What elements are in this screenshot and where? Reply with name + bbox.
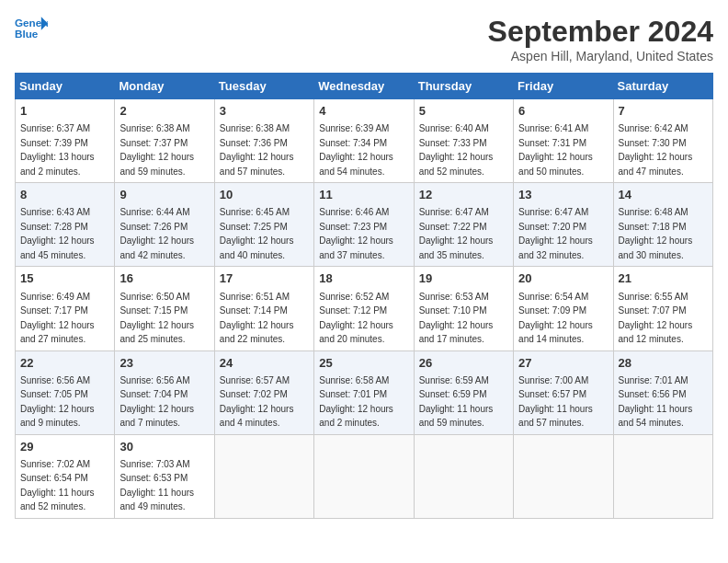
svg-text:Blue: Blue — [15, 28, 39, 40]
day-number: 27 — [518, 355, 608, 372]
table-cell: 16 Sunrise: 6:50 AMSunset: 7:15 PMDaylig… — [115, 267, 214, 350]
page-header: General Blue September 2024 Aspen Hill, … — [15, 15, 713, 63]
table-cell: 11 Sunrise: 6:46 AMSunset: 7:23 PMDaylig… — [314, 183, 414, 267]
day-info: Sunrise: 7:02 AMSunset: 6:54 PMDaylight:… — [20, 459, 95, 512]
day-number: 1 — [20, 103, 109, 120]
table-cell: 29 Sunrise: 7:02 AMSunset: 6:54 PMDaylig… — [16, 434, 115, 518]
day-number: 6 — [518, 103, 608, 120]
calendar-title: September 2024 — [488, 15, 713, 49]
table-cell — [613, 434, 712, 518]
day-number: 4 — [319, 103, 408, 120]
table-cell: 1 Sunrise: 6:37 AMSunset: 7:39 PMDayligh… — [16, 99, 115, 183]
day-number: 14 — [619, 187, 708, 203]
day-number: 13 — [518, 187, 608, 203]
table-cell — [514, 434, 613, 518]
day-info: Sunrise: 6:56 AMSunset: 7:05 PMDaylight:… — [20, 375, 95, 429]
table-cell: 13 Sunrise: 6:47 AMSunset: 7:20 PMDaylig… — [514, 183, 613, 267]
logo: General Blue — [15, 15, 48, 40]
table-cell: 21 Sunrise: 6:55 AMSunset: 7:07 PMDaylig… — [613, 267, 712, 350]
day-number: 18 — [319, 270, 408, 287]
day-number: 29 — [20, 439, 109, 455]
day-number: 17 — [220, 270, 309, 287]
table-cell: 25 Sunrise: 6:58 AMSunset: 7:01 PMDaylig… — [314, 350, 414, 434]
day-number: 8 — [20, 187, 109, 203]
day-number: 5 — [419, 103, 508, 120]
day-number: 30 — [119, 439, 209, 455]
day-number: 23 — [119, 355, 209, 372]
day-number: 26 — [419, 355, 508, 372]
title-block: September 2024 Aspen Hill, Maryland, Uni… — [488, 15, 713, 63]
table-cell: 6 Sunrise: 6:41 AMSunset: 7:31 PMDayligh… — [514, 99, 613, 183]
day-number: 24 — [220, 355, 309, 372]
week-row-2: 8 Sunrise: 6:43 AMSunset: 7:28 PMDayligh… — [16, 183, 713, 267]
day-info: Sunrise: 7:01 AMSunset: 6:56 PMDaylight:… — [619, 375, 693, 429]
day-number: 7 — [619, 103, 708, 120]
day-info: Sunrise: 6:45 AMSunset: 7:25 PMDaylight:… — [220, 207, 294, 260]
table-cell: 22 Sunrise: 6:56 AMSunset: 7:05 PMDaylig… — [16, 350, 115, 434]
table-cell: 8 Sunrise: 6:43 AMSunset: 7:28 PMDayligh… — [16, 183, 115, 267]
col-saturday: Saturday — [613, 74, 712, 99]
day-info: Sunrise: 6:57 AMSunset: 7:02 PMDaylight:… — [220, 375, 294, 429]
day-info: Sunrise: 7:00 AMSunset: 6:57 PMDaylight:… — [518, 375, 593, 429]
logo-icon: General Blue — [15, 15, 48, 40]
day-info: Sunrise: 6:48 AMSunset: 7:18 PMDaylight:… — [619, 207, 693, 260]
table-cell: 10 Sunrise: 6:45 AMSunset: 7:25 PMDaylig… — [214, 183, 313, 267]
col-thursday: Thursday — [414, 74, 513, 99]
week-row-3: 15 Sunrise: 6:49 AMSunset: 7:17 PMDaylig… — [16, 267, 713, 350]
day-info: Sunrise: 6:58 AMSunset: 7:01 PMDaylight:… — [319, 375, 393, 429]
day-number: 12 — [419, 187, 508, 203]
day-info: Sunrise: 6:37 AMSunset: 7:39 PMDaylight:… — [20, 123, 95, 177]
col-tuesday: Tuesday — [214, 74, 313, 99]
table-cell: 9 Sunrise: 6:44 AMSunset: 7:26 PMDayligh… — [115, 183, 214, 267]
day-info: Sunrise: 6:43 AMSunset: 7:28 PMDaylight:… — [20, 207, 95, 260]
table-cell: 26 Sunrise: 6:59 AMSunset: 6:59 PMDaylig… — [414, 350, 513, 434]
day-number: 9 — [119, 187, 209, 203]
calendar-subtitle: Aspen Hill, Maryland, United States — [488, 49, 713, 63]
day-number: 16 — [119, 270, 209, 287]
day-info: Sunrise: 6:55 AMSunset: 7:07 PMDaylight:… — [619, 292, 693, 345]
table-cell — [314, 434, 414, 518]
day-info: Sunrise: 6:53 AMSunset: 7:10 PMDaylight:… — [419, 292, 494, 345]
table-cell: 14 Sunrise: 6:48 AMSunset: 7:18 PMDaylig… — [613, 183, 712, 267]
day-number: 2 — [119, 103, 209, 120]
col-friday: Friday — [514, 74, 613, 99]
day-number: 10 — [220, 187, 309, 203]
table-cell: 27 Sunrise: 7:00 AMSunset: 6:57 PMDaylig… — [514, 350, 613, 434]
day-info: Sunrise: 6:47 AMSunset: 7:20 PMDaylight:… — [518, 207, 593, 260]
day-number: 3 — [220, 103, 309, 120]
header-row: Sunday Monday Tuesday Wednesday Thursday… — [16, 74, 713, 99]
table-cell: 23 Sunrise: 6:56 AMSunset: 7:04 PMDaylig… — [115, 350, 214, 434]
table-cell — [414, 434, 513, 518]
day-info: Sunrise: 6:38 AMSunset: 7:36 PMDaylight:… — [220, 123, 294, 177]
day-info: Sunrise: 6:59 AMSunset: 6:59 PMDaylight:… — [419, 375, 494, 429]
day-info: Sunrise: 6:39 AMSunset: 7:34 PMDaylight:… — [319, 123, 393, 177]
week-row-5: 29 Sunrise: 7:02 AMSunset: 6:54 PMDaylig… — [16, 434, 713, 518]
col-sunday: Sunday — [16, 74, 115, 99]
day-info: Sunrise: 6:38 AMSunset: 7:37 PMDaylight:… — [119, 123, 194, 177]
day-info: Sunrise: 6:49 AMSunset: 7:17 PMDaylight:… — [20, 292, 95, 345]
day-info: Sunrise: 6:56 AMSunset: 7:04 PMDaylight:… — [119, 375, 194, 429]
table-cell: 7 Sunrise: 6:42 AMSunset: 7:30 PMDayligh… — [613, 99, 712, 183]
day-info: Sunrise: 7:03 AMSunset: 6:53 PMDaylight:… — [119, 459, 194, 512]
table-cell: 24 Sunrise: 6:57 AMSunset: 7:02 PMDaylig… — [214, 350, 313, 434]
day-info: Sunrise: 6:50 AMSunset: 7:15 PMDaylight:… — [119, 292, 194, 345]
day-info: Sunrise: 6:42 AMSunset: 7:30 PMDaylight:… — [619, 123, 693, 177]
day-number: 21 — [619, 270, 708, 287]
table-cell: 19 Sunrise: 6:53 AMSunset: 7:10 PMDaylig… — [414, 267, 513, 350]
day-info: Sunrise: 6:47 AMSunset: 7:22 PMDaylight:… — [419, 207, 494, 260]
day-info: Sunrise: 6:41 AMSunset: 7:31 PMDaylight:… — [518, 123, 593, 177]
table-cell: 20 Sunrise: 6:54 AMSunset: 7:09 PMDaylig… — [514, 267, 613, 350]
day-info: Sunrise: 6:44 AMSunset: 7:26 PMDaylight:… — [119, 207, 194, 260]
table-cell: 5 Sunrise: 6:40 AMSunset: 7:33 PMDayligh… — [414, 99, 513, 183]
table-cell: 15 Sunrise: 6:49 AMSunset: 7:17 PMDaylig… — [16, 267, 115, 350]
day-number: 22 — [20, 355, 109, 372]
day-number: 15 — [20, 270, 109, 287]
day-info: Sunrise: 6:52 AMSunset: 7:12 PMDaylight:… — [319, 292, 393, 345]
table-cell: 18 Sunrise: 6:52 AMSunset: 7:12 PMDaylig… — [314, 267, 414, 350]
table-cell: 2 Sunrise: 6:38 AMSunset: 7:37 PMDayligh… — [115, 99, 214, 183]
day-info: Sunrise: 6:54 AMSunset: 7:09 PMDaylight:… — [518, 292, 593, 345]
week-row-4: 22 Sunrise: 6:56 AMSunset: 7:05 PMDaylig… — [16, 350, 713, 434]
day-number: 28 — [619, 355, 708, 372]
week-row-1: 1 Sunrise: 6:37 AMSunset: 7:39 PMDayligh… — [16, 99, 713, 183]
table-cell — [214, 434, 313, 518]
